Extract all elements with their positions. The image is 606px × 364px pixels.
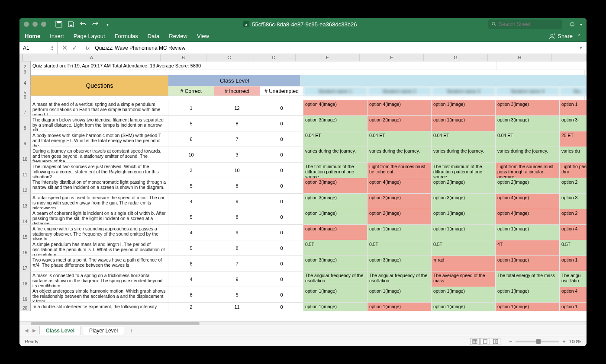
tab-review[interactable]: Review <box>169 33 187 39</box>
incorrect-count-cell[interactable]: 8 <box>214 209 260 224</box>
maximize-window-button[interactable] <box>41 22 46 27</box>
correct-count-cell[interactable]: 5 <box>168 116 214 131</box>
row-header[interactable]: 17 <box>19 256 31 271</box>
horizontal-scrollbar[interactable] <box>19 321 587 325</box>
answer-cell[interactable]: 0.5T <box>560 240 587 255</box>
row-header[interactable]: 15 <box>19 225 31 240</box>
student-name-header[interactable]: Student name 1 <box>303 86 367 96</box>
answer-cell[interactable]: The first minimum of the diffraction pat… <box>303 163 367 178</box>
zoom-out-button[interactable]: − <box>509 338 513 345</box>
column-header-E[interactable]: E <box>296 54 360 61</box>
sheet-nav-prev-icon[interactable]: ◀ <box>23 328 30 333</box>
row-header[interactable]: 12 <box>19 178 31 193</box>
column-header-G[interactable]: G <box>424 54 488 61</box>
correct-count-cell[interactable]: 3 <box>168 163 214 178</box>
row-header[interactable]: 7 <box>19 100 31 115</box>
answer-cell[interactable]: option 4(image) <box>303 225 367 240</box>
unattempted-count-cell[interactable]: 0 <box>260 147 303 162</box>
column-header-F[interactable]: F <box>360 54 424 61</box>
unattempted-count-cell[interactable]: 0 <box>260 256 303 271</box>
redo-icon[interactable] <box>90 19 100 29</box>
question-cell[interactable]: During a journey an observer travels at … <box>31 147 168 162</box>
feedback-dropdown-icon[interactable]: ▾ <box>580 22 582 27</box>
unattempted-count-cell[interactable]: 0 <box>260 194 303 209</box>
answer-cell[interactable]: option 1 <box>560 256 587 271</box>
answer-cell[interactable]: The angular frequency of the oscillation <box>303 271 367 287</box>
incorrect-count-cell[interactable]: 8 <box>214 178 260 193</box>
answer-cell[interactable]: option 3 <box>560 194 587 209</box>
answer-cell[interactable]: option 1(image) <box>432 116 496 131</box>
row-header[interactable]: 19 <box>19 287 31 302</box>
row-header[interactable]: 9 <box>19 131 31 147</box>
row-header[interactable]: 13 <box>19 194 31 209</box>
tab-view[interactable]: View <box>197 33 209 39</box>
answer-cell[interactable]: option 1(image) <box>432 225 496 240</box>
confirm-formula-icon[interactable]: ✓ <box>72 44 77 52</box>
correct-count-cell[interactable]: 5 <box>168 209 214 224</box>
incorrect-count-cell[interactable]: 5 <box>214 287 260 302</box>
answer-cell[interactable]: Light from the sources must pass through… <box>496 163 560 178</box>
answer-cell[interactable]: option 1(image) <box>303 303 367 311</box>
answer-cell[interactable]: option 1 <box>560 303 587 311</box>
row-header[interactable]: 11 <box>19 163 31 178</box>
answer-cell[interactable]: varies during the journey. <box>367 147 432 162</box>
feedback-icon[interactable]: ☺ <box>569 20 576 28</box>
save-icon[interactable] <box>66 19 76 29</box>
answer-cell[interactable]: option 1(image) <box>432 287 496 302</box>
question-cell[interactable]: The diagram below shows two identical fi… <box>31 116 168 131</box>
answer-cell[interactable]: option 3(image) <box>303 256 367 271</box>
answer-cell[interactable]: option 4 <box>560 287 587 302</box>
question-cell[interactable]: A body moves with simple harmonic motion… <box>31 131 168 147</box>
correct-count-cell[interactable]: 4 <box>168 194 214 209</box>
row-header[interactable]: 6 <box>19 96 31 100</box>
column-header-C[interactable]: C <box>206 54 252 61</box>
unattempted-count-cell[interactable]: 0 <box>260 131 303 147</box>
question-cell[interactable]: In a double-slit interference experiment… <box>31 303 168 311</box>
summary-cell[interactable]: Quiz started on: Fri 19, Apr 09:17 AM To… <box>31 61 496 70</box>
question-cell[interactable]: Two waves meet at a point. The waves hav… <box>31 256 168 271</box>
tab-formulas[interactable]: Formulas <box>115 33 138 39</box>
answer-cell[interactable]: 0.04 ET <box>303 131 367 147</box>
column-header-I[interactable] <box>552 54 587 61</box>
answer-cell[interactable]: 0.04 ET <box>496 131 560 147</box>
search-sheet-box[interactable] <box>488 19 562 29</box>
row-header[interactable]: 18 <box>19 271 31 287</box>
question-cell[interactable]: A beam of coherent light is incident on … <box>31 209 168 224</box>
incorrect-count-cell[interactable]: 7 <box>214 131 260 147</box>
answer-cell[interactable]: option 1(image) <box>432 303 496 311</box>
question-cell[interactable]: A mass at the end of a vertical spring a… <box>31 100 168 115</box>
answer-cell[interactable]: option 4(image) <box>496 209 560 224</box>
answer-cell[interactable]: Light fro pass thro <box>560 163 587 178</box>
page-layout-view-button[interactable] <box>480 338 490 345</box>
unattempted-count-cell[interactable]: 0 <box>260 100 303 115</box>
fx-label-icon[interactable]: fx <box>82 45 93 51</box>
select-all-corner[interactable] <box>19 54 23 61</box>
answer-cell[interactable]: option 1(image) <box>496 256 560 271</box>
question-cell[interactable]: A simple pendulum has mass M and length … <box>31 240 168 255</box>
incorrect-count-cell[interactable]: 11 <box>214 303 260 311</box>
correct-count-cell[interactable]: 6 <box>168 256 214 271</box>
row-header[interactable]: 14 <box>19 209 31 224</box>
answer-cell[interactable]: option 1(image) <box>367 225 432 240</box>
answer-cell[interactable]: option 2 <box>560 209 587 224</box>
row-header[interactable]: 2 <box>19 61 31 70</box>
incorrect-count-cell[interactable]: 8 <box>214 116 260 131</box>
answer-cell[interactable]: varies du <box>560 147 587 162</box>
student-name-header[interactable]: Stu <box>560 86 587 96</box>
answer-cell[interactable]: option 1(image) <box>303 209 367 224</box>
sheet-tab-class-level[interactable]: Class Level <box>39 326 81 335</box>
tab-home[interactable]: Home <box>25 33 40 39</box>
tab-page-layout[interactable]: Page Layout <box>74 33 105 39</box>
correct-count-cell[interactable]: 4 <box>168 225 214 240</box>
answer-cell[interactable]: option 1(image) <box>432 100 496 115</box>
answer-cell[interactable]: option 3(image) <box>496 116 560 131</box>
questions-header[interactable]: Questions <box>31 75 168 96</box>
correct-count-cell[interactable]: 6 <box>168 131 214 147</box>
answer-cell[interactable]: option 3(image) <box>496 100 560 115</box>
unattempted-count-cell[interactable]: 0 <box>260 303 303 311</box>
incorrect-count-cell[interactable]: 9 <box>214 225 260 240</box>
minimize-window-button[interactable] <box>32 22 38 27</box>
unattempted-count-cell[interactable]: 0 <box>260 163 303 178</box>
share-button[interactable]: + Share ⌃ <box>549 33 581 39</box>
answer-cell[interactable]: option 2(image) <box>432 178 496 193</box>
